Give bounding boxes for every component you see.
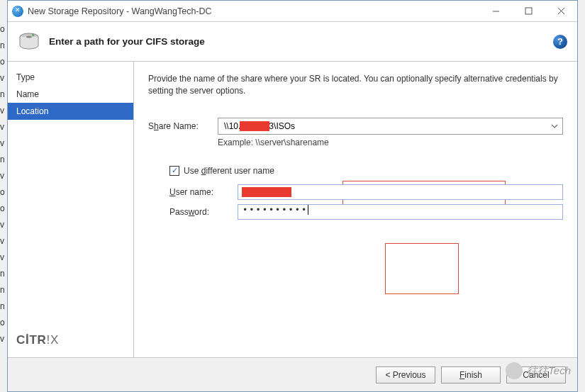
window-title: New Storage Repository - WangWangTech-DC [28, 6, 212, 16]
step-type[interactable]: Type [8, 69, 133, 86]
username-input[interactable] [238, 184, 563, 200]
username-label: User name: [169, 187, 238, 197]
artifact-left-edge: onovnvvvnvoovvvnnnov [0, 21, 7, 347]
step-name[interactable]: Name [8, 86, 133, 103]
titlebar: New Storage Repository - WangWangTech-DC [8, 1, 577, 22]
highlight-box-credentials [385, 243, 459, 294]
share-name-combobox[interactable] [218, 118, 563, 135]
page-title: Enter a path for your CIFS storage [49, 36, 205, 47]
dialog-window: New Storage Repository - WangWangTech-DC… [7, 0, 578, 392]
cancel-button[interactable]: Cancel [506, 366, 566, 383]
svg-rect-1 [525, 8, 532, 14]
share-name-input[interactable] [223, 121, 544, 132]
share-example-text: Example: \\server\sharename [218, 138, 563, 147]
svg-point-5 [26, 35, 32, 38]
window-controls [479, 1, 577, 21]
step-location[interactable]: Location [8, 103, 133, 120]
use-different-user-checkbox[interactable]: ✓ [169, 166, 179, 176]
close-button[interactable] [545, 1, 577, 21]
wizard-footer: < Previous Finish Cancel [8, 357, 577, 391]
finish-button[interactable]: Finish [441, 366, 501, 383]
previous-button[interactable]: < Previous [376, 366, 435, 383]
citrix-logo: CİTR!X [8, 333, 133, 357]
help-icon[interactable]: ? [553, 35, 567, 49]
intro-text: Provide the name of the share where your… [148, 73, 563, 98]
storage-icon [18, 30, 40, 53]
redaction-block [242, 187, 291, 197]
maximize-button[interactable] [512, 1, 545, 21]
content-area: Provide the name of the share where your… [134, 62, 577, 357]
use-different-user-label: Use different user name [184, 166, 274, 176]
redaction-block [240, 121, 269, 131]
share-name-label: Share Name: [148, 121, 218, 131]
password-input[interactable]: •••••••••• [238, 204, 563, 220]
password-label: Password: [169, 207, 238, 217]
app-icon [12, 6, 23, 17]
chevron-down-icon[interactable] [551, 122, 558, 132]
wizard-steps-sidebar: Type Name Location CİTR!X [8, 62, 134, 357]
wizard-header: Enter a path for your CIFS storage ? [8, 22, 577, 62]
minimize-button[interactable] [479, 1, 512, 21]
